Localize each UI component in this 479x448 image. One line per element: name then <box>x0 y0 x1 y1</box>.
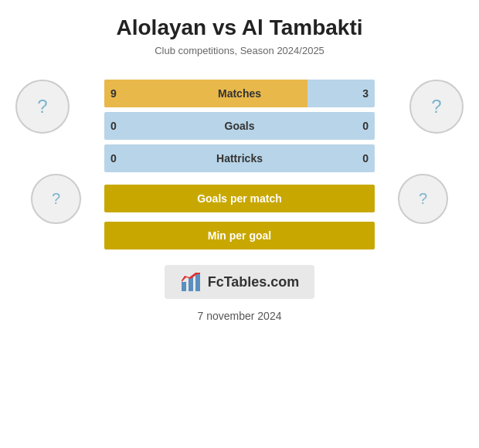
hattricks-label: Hattricks <box>216 152 263 165</box>
page-subtitle: Club competitions, Season 2024/2025 <box>155 45 324 56</box>
goals-per-match-bar: Goals per match <box>104 185 375 212</box>
matches-label: Matches <box>218 87 261 100</box>
date-text: 7 november 2024 <box>198 310 282 322</box>
matches-right-value: 3 <box>362 87 369 100</box>
page: Alolayan vs Al Tambakti Club competition… <box>0 0 479 448</box>
min-per-goal-label: Min per goal <box>208 229 271 242</box>
logo-text: FcTables.com <box>208 274 300 290</box>
goals-label: Goals <box>225 120 255 132</box>
goals-right-value: 0 <box>362 120 369 132</box>
matches-left-value: 9 <box>110 87 117 100</box>
matches-bar: 9 Matches 3 <box>104 80 375 107</box>
avatar-left-bottom: ? <box>31 174 81 224</box>
goals-bar: 0 Goals 0 <box>104 112 375 140</box>
hattricks-left-value: 0 <box>110 152 117 165</box>
page-title: Alolayan vs Al Tambakti <box>117 15 363 40</box>
logo-icon <box>180 271 202 293</box>
matches-fill <box>104 80 307 107</box>
avatar-left-top: ? <box>15 80 70 134</box>
logo-container: FcTables.com <box>165 265 315 299</box>
avatar-right-top: ? <box>409 80 464 134</box>
svg-rect-1 <box>189 277 193 291</box>
avatar-right-bottom: ? <box>398 174 448 224</box>
min-per-goal-bar: Min per goal <box>104 222 375 249</box>
hattricks-right-value: 0 <box>362 152 369 165</box>
goals-per-match-label: Goals per match <box>197 192 282 205</box>
goals-left-value: 0 <box>110 120 117 132</box>
svg-rect-2 <box>195 274 200 291</box>
hattricks-bar: 0 Hattricks 0 <box>104 144 375 172</box>
svg-rect-0 <box>182 282 186 291</box>
